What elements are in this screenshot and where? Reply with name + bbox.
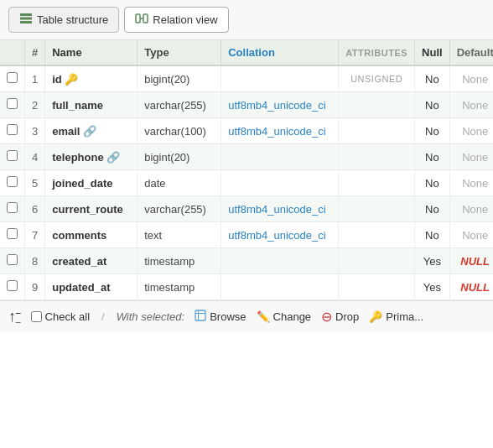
change-action[interactable]: ✏️ Change	[257, 310, 312, 323]
relation-view-button[interactable]: Relation view	[124, 7, 228, 33]
row-default: None	[449, 118, 493, 144]
table-row: 4telephone 🔗bigint(20)NoNone	[0, 144, 493, 170]
row-checkbox[interactable]	[7, 254, 18, 265]
row-default: None	[449, 222, 493, 248]
row-default: None	[449, 196, 493, 222]
collation-link[interactable]: utf8mb4_unicode_ci	[228, 229, 325, 242]
row-checkbox[interactable]	[7, 98, 18, 109]
svg-rect-3	[136, 14, 140, 23]
header-collation: Collation	[221, 40, 339, 65]
row-type: bigint(20)	[138, 65, 221, 92]
row-collation[interactable]: utf8mb4_unicode_ci	[221, 222, 339, 248]
row-collation[interactable]	[221, 144, 339, 170]
change-icon: ✏️	[257, 310, 270, 323]
row-name: updated_at	[45, 274, 138, 300]
drop-icon: ⊖	[321, 309, 332, 325]
row-name: full_name	[45, 92, 138, 118]
row-collation[interactable]	[221, 170, 339, 196]
collation-link[interactable]: utf8mb4_unicode_ci	[228, 125, 325, 138]
table-wrapper: # Name Type Collation Attributes Null De…	[0, 40, 493, 300]
browse-action[interactable]: Browse	[195, 310, 246, 324]
footer: ↑_ Check all / With selected: Browse ✏️ …	[0, 300, 493, 332]
row-null: No	[415, 65, 450, 92]
svg-rect-1	[20, 18, 32, 20]
with-selected-text: With selected:	[117, 310, 185, 323]
row-type: varchar(255)	[138, 92, 221, 118]
row-checkbox[interactable]	[7, 176, 18, 187]
table-row: 5joined_date dateNoNone	[0, 170, 493, 196]
row-attributes: UNSIGNED	[339, 65, 415, 92]
row-default: None	[449, 170, 493, 196]
table-structure-button[interactable]: Table structure	[8, 7, 119, 33]
row-name: created_at	[45, 248, 138, 274]
svg-rect-0	[20, 13, 32, 16]
scroll-up-icon[interactable]: ↑_	[8, 308, 21, 326]
check-all-label[interactable]: Check all	[31, 310, 90, 323]
row-num: 8	[25, 248, 45, 274]
drop-label: Drop	[335, 310, 359, 323]
row-num: 7	[25, 222, 45, 248]
browse-label: Browse	[210, 310, 246, 323]
key-icon: 🔑	[65, 73, 78, 86]
row-attributes	[339, 274, 415, 300]
collation-link[interactable]: utf8mb4_unicode_ci	[228, 99, 325, 112]
table-row: 3email 🔗varchar(100)utf8mb4_unicode_ciNo…	[0, 118, 493, 144]
change-label: Change	[273, 310, 312, 323]
row-attributes	[339, 196, 415, 222]
columns-table: # Name Type Collation Attributes Null De…	[0, 40, 493, 300]
row-null: No	[415, 222, 450, 248]
row-checkbox[interactable]	[7, 280, 18, 291]
row-attributes	[339, 92, 415, 118]
row-null: No	[415, 196, 450, 222]
row-type: varchar(100)	[138, 118, 221, 144]
table-row: 6current_route varchar(255)utf8mb4_unico…	[0, 196, 493, 222]
row-num: 9	[25, 274, 45, 300]
table-row: 8created_at timestampYesNULL	[0, 248, 493, 274]
collation-link[interactable]: utf8mb4_unicode_ci	[228, 203, 325, 216]
row-checkbox[interactable]	[7, 202, 18, 213]
row-collation[interactable]: utf8mb4_unicode_ci	[221, 196, 339, 222]
row-collation[interactable]	[221, 248, 339, 274]
toolbar: Table structure Relation view	[0, 0, 493, 40]
row-checkbox[interactable]	[7, 72, 18, 83]
row-collation[interactable]: utf8mb4_unicode_ci	[221, 118, 339, 144]
row-num: 5	[25, 170, 45, 196]
row-null: No	[415, 92, 450, 118]
row-name: comments	[45, 222, 138, 248]
row-collation[interactable]	[221, 65, 339, 92]
table-header: # Name Type Collation Attributes Null De…	[0, 40, 493, 65]
row-collation[interactable]: utf8mb4_unicode_ci	[221, 92, 339, 118]
row-type: timestamp	[138, 248, 221, 274]
relation-view-label: Relation view	[153, 13, 217, 26]
row-checkbox[interactable]	[7, 124, 18, 135]
primary-label: Prima...	[386, 310, 423, 323]
row-checkbox[interactable]	[7, 228, 18, 239]
row-type: text	[138, 222, 221, 248]
svg-rect-2	[20, 21, 32, 23]
footer-divider: /	[101, 310, 105, 323]
row-type: bigint(20)	[138, 144, 221, 170]
row-checkbox[interactable]	[7, 150, 18, 161]
row-num: 1	[25, 65, 45, 92]
link-icon: 🔗	[106, 151, 120, 164]
header-null: Null	[415, 40, 450, 65]
primary-action[interactable]: 🔑 Prima...	[369, 310, 423, 323]
row-num: 4	[25, 144, 45, 170]
row-null: Yes	[415, 248, 450, 274]
row-num: 3	[25, 118, 45, 144]
row-default: None	[449, 65, 493, 92]
row-attributes	[339, 248, 415, 274]
row-name: id 🔑	[45, 65, 138, 92]
row-collation[interactable]	[221, 274, 339, 300]
row-default: NULL	[449, 248, 493, 274]
table-body: 1id 🔑bigint(20)UNSIGNEDNoNone2full_name …	[0, 65, 493, 300]
row-type: date	[138, 170, 221, 196]
svg-rect-4	[143, 14, 148, 23]
table-row: 9updated_at timestampYesNULL	[0, 274, 493, 300]
primary-icon: 🔑	[369, 310, 382, 323]
header-name: Name	[45, 40, 138, 65]
row-type: timestamp	[138, 274, 221, 300]
row-name: email 🔗	[45, 118, 138, 144]
check-all-checkbox[interactable]	[31, 311, 42, 322]
drop-action[interactable]: ⊖ Drop	[321, 309, 359, 325]
